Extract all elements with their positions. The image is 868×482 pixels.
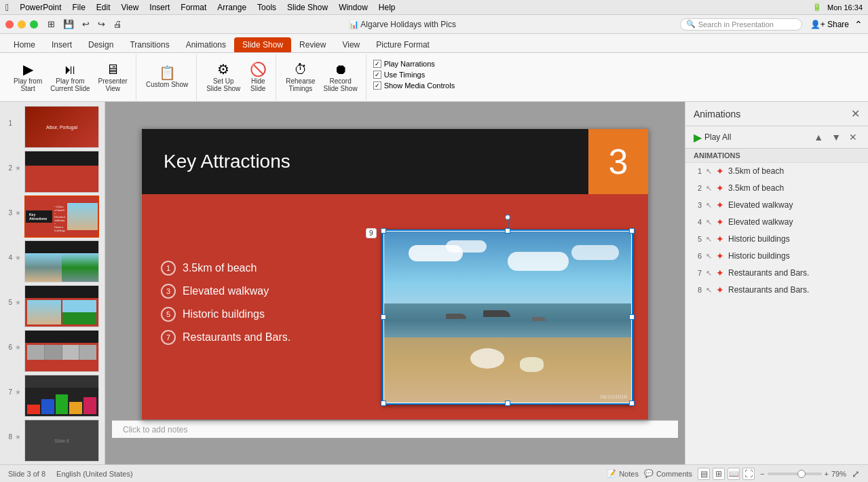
menu-format[interactable]: Format (181, 3, 206, 12)
slide-num-2: 2 (3, 151, 12, 186)
animation-row-7[interactable]: 7 ↖ ✦ Restaurants and Bars. (685, 265, 868, 282)
tab-transitions[interactable]: Transitions (121, 37, 177, 52)
fullscreen-icon[interactable]: ⛶ (742, 468, 755, 480)
zoom-level: 79% (831, 470, 846, 478)
menu-view[interactable]: View (121, 3, 139, 12)
panel-close-button[interactable]: ✕ (851, 107, 860, 120)
tab-slideshow[interactable]: Slide Show (234, 37, 291, 52)
zoom-in-icon[interactable]: + (825, 470, 829, 478)
slide-item-5[interactable]: 5 ★ (0, 284, 105, 329)
tab-home[interactable]: Home (5, 37, 43, 52)
menu-edit[interactable]: Edit (96, 3, 111, 12)
redo-icon[interactable]: ↪ (95, 18, 108, 31)
slide-canvas[interactable]: Key Attractions 3 1 3.5km of beach 3 Ele… (141, 128, 649, 420)
menu-help[interactable]: Help (379, 3, 396, 12)
rotate-handle[interactable] (505, 215, 510, 228)
menu-insert[interactable]: Insert (149, 3, 170, 12)
slide-item-8[interactable]: 8 ★ Slide 8 (0, 418, 105, 463)
reading-view-icon[interactable]: 📖 (728, 468, 740, 480)
share-button[interactable]: 👤+ Share (810, 20, 849, 29)
print-icon[interactable]: 🖨 (111, 18, 125, 31)
slide-thumb-wrap-1: Albor, Portugal (24, 106, 99, 148)
comments-icon: 💬 (644, 469, 654, 478)
fullscreen-button[interactable] (30, 20, 38, 29)
presenter-view-button[interactable]: 🖥 PresenterView (96, 61, 130, 94)
rehearse-button[interactable]: ⏱ RehearseTimings (283, 61, 318, 94)
notes-input-area[interactable]: Click to add notes (112, 420, 678, 438)
slide-item-6[interactable]: 6 ★ (0, 329, 105, 373)
undo-icon[interactable]: ↩ (79, 18, 92, 31)
animation-row-4[interactable]: 4 ↖ ✦ Elevated walkway (685, 214, 868, 231)
animation-row-2[interactable]: 2 ↖ ✦ 3.5km of beach (685, 180, 868, 197)
slide-thumb-8: Slide 8 (25, 420, 98, 461)
slide-item-4[interactable]: 4 ★ (0, 239, 105, 284)
comments-toggle-button[interactable]: 💬 Comments (644, 469, 692, 478)
toolbar-icons: ⊞ 💾 ↩ ↪ 🖨 (45, 18, 125, 31)
normal-view-icon[interactable]: ▤ (698, 468, 710, 480)
apple-menu[interactable]:  (5, 2, 9, 13)
notes-toggle-button[interactable]: 📝 Notes (607, 469, 639, 478)
zoom-slider[interactable] (768, 472, 822, 475)
menu-powerpoint[interactable]: PowerPoint (20, 3, 61, 12)
play-narrations-check-icon: ✓ (373, 60, 381, 68)
slide-thumb-5 (25, 286, 98, 327)
slide-thumb-2 (25, 151, 98, 192)
slide-item-3[interactable]: 3 ★ Key Attractions • 3.5km of beach • E… (0, 194, 105, 239)
notes-status-label: Notes (619, 470, 639, 478)
zoom-thumb[interactable] (797, 470, 806, 478)
slide-info: Slide 3 of 8 (8, 470, 45, 478)
animation-row-1[interactable]: 1 ↖ ✦ 3.5km of beach (685, 163, 868, 180)
anim-num-4: 4 (691, 218, 702, 226)
use-timings-checkbox[interactable]: ✓ Use Timings (373, 71, 455, 79)
slide-sorter-icon[interactable]: ⊞ (713, 468, 725, 480)
custom-show-button[interactable]: 📋 Custom Show (143, 64, 191, 90)
setup-slideshow-button[interactable]: ⚙ Set UpSlide Show (204, 61, 243, 94)
hide-slide-button[interactable]: 🚫 HideSlide (246, 61, 270, 94)
search-box[interactable]: 🔍 Search in Presentation (680, 18, 802, 31)
animation-row-3[interactable]: 3 ↖ ✦ Elevated walkway (685, 197, 868, 214)
main-area: 1 Albor, Portugal 2 ★ 3 (0, 102, 868, 464)
beach-layer (384, 337, 631, 403)
animation-row-5[interactable]: 5 ↖ ✦ Historic buildings (685, 231, 868, 248)
animation-row-8[interactable]: 8 ↖ ✦ Restaurants and Bars. (685, 282, 868, 299)
fit-to-window-icon[interactable]: ⤢ (852, 468, 860, 479)
move-down-icon[interactable]: ▼ (829, 130, 844, 144)
menu-tools[interactable]: Tools (257, 3, 276, 12)
save-icon[interactable]: 💾 (60, 18, 77, 31)
sidebar-toggle-icon[interactable]: ⊞ (45, 18, 58, 31)
animation-row-6[interactable]: 6 ↖ ✦ Historic buildings (685, 248, 868, 265)
tab-picture-format[interactable]: Picture Format (368, 37, 438, 52)
play-from-start-button[interactable]: ▶ Play fromStart (11, 61, 45, 94)
tab-view[interactable]: View (334, 37, 368, 52)
menu-file[interactable]: File (73, 3, 86, 12)
slide-header: Key Attractions 3 (142, 129, 648, 194)
close-button[interactable] (5, 20, 14, 29)
play-from-current-button[interactable]: ⏯ Play fromCurrent Slide (48, 61, 92, 94)
slide-item-7[interactable]: 7 ★ (0, 373, 105, 418)
menu-window[interactable]: Window (339, 3, 368, 12)
move-up-icon[interactable]: ▲ (811, 130, 826, 144)
expand-icon[interactable]: ⌃ (854, 19, 863, 30)
anim-label-5: Historic buildings (728, 234, 790, 244)
menu-slideshow[interactable]: Slide Show (287, 3, 328, 12)
image-container[interactable]: 9 (382, 229, 633, 405)
rock-2 (520, 357, 544, 372)
tab-review[interactable]: Review (291, 37, 334, 52)
tab-design[interactable]: Design (80, 37, 121, 52)
remove-animation-icon[interactable]: ✕ (846, 130, 860, 144)
show-media-controls-checkbox[interactable]: ✓ Show Media Controls (373, 81, 455, 90)
tab-insert[interactable]: Insert (43, 37, 80, 52)
slide-item-1[interactable]: 1 Albor, Portugal (0, 105, 105, 149)
record-button[interactable]: ⏺ RecordSlide Show (321, 61, 360, 94)
document-title: 📊 Algarve Holidays with Pics (125, 20, 680, 29)
tab-animations[interactable]: Animations (178, 37, 234, 52)
menu-arrange[interactable]: Arrange (217, 3, 246, 12)
slide-star-7: ★ (15, 375, 22, 410)
anim-num-7: 7 (691, 269, 702, 277)
anim-star-8: ✦ (716, 284, 724, 295)
minimize-button[interactable] (18, 20, 26, 29)
slide-item-2[interactable]: 2 ★ (0, 149, 105, 194)
play-all-button[interactable]: ▶ Play All (694, 131, 731, 144)
zoom-out-icon[interactable]: − (760, 470, 764, 478)
play-narrations-checkbox[interactable]: ✓ Play Narrations (373, 60, 455, 68)
